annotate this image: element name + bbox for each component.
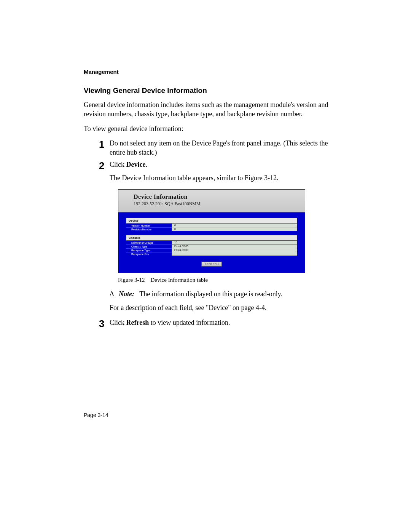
step-after: The Device Information table appears, si… [110, 173, 339, 182]
steps-list-continued: 3 Click Refresh to view updated informat… [99, 318, 339, 329]
lead-paragraph: To view general device information: [84, 124, 339, 133]
note-label: Note: [119, 290, 134, 298]
figure-caption: Figure 3-12 Device Information table [118, 277, 304, 283]
step-3: 3 Click Refresh to view updated informat… [99, 318, 339, 329]
figure: Device Information 192.203.52.201: SQA F… [118, 189, 304, 283]
step-text-post: to view updated information. [149, 319, 230, 326]
refresh-button[interactable]: REFRESH [201, 262, 222, 267]
row-value: Fast4.0/100 [172, 244, 297, 248]
step-body: Click Device. The Device Information tab… [110, 160, 339, 182]
note-text: The information displayed on this page i… [139, 290, 282, 298]
step-text-bold: Device [126, 161, 146, 168]
steps-list: 1 Do not select any item on the Device P… [99, 139, 339, 182]
note: Δ Note: The information displayed on thi… [110, 289, 339, 299]
row-value: Fast4.0/100 [172, 248, 297, 252]
note-delta: Δ [110, 290, 114, 298]
section-title: Viewing General Device Information [84, 86, 339, 95]
table-row: Chassis Type Fast4.0/100 [126, 244, 297, 248]
chassis-group-header: Chassis [126, 235, 297, 241]
row-label: Version Number [126, 224, 172, 227]
row-label: Revision Number [126, 227, 172, 231]
device-group: Device Version Number 0 Revision Number … [126, 218, 297, 231]
step-number: 3 [99, 318, 110, 329]
step-number: 2 [99, 160, 110, 171]
step-text-pre: Click [110, 161, 126, 168]
table-row: Backplane Rev [126, 252, 297, 256]
row-label: Backplane Type [126, 248, 172, 252]
document-page: Management Viewing General Device Inform… [84, 69, 339, 332]
figure-header: Device Information 192.203.52.201: SQA F… [118, 190, 305, 212]
step-2: 2 Click Device. The Device Information t… [99, 160, 339, 182]
step-text-bold: Refresh [126, 319, 149, 326]
row-value [172, 252, 297, 256]
row-label: Chassis Type [126, 244, 172, 248]
row-value: 15 [172, 241, 297, 244]
step-text-post: . [145, 161, 147, 168]
intro-paragraph: General device information includes item… [84, 100, 339, 119]
row-label: Number of Groups [126, 241, 172, 244]
row-value: 0 [172, 227, 297, 231]
crossref: For a description of each field, see "De… [110, 303, 339, 312]
chapter-label: Management [84, 69, 339, 75]
step-text-pre: Click [110, 319, 126, 326]
step-body: Do not select any item on the Device Pag… [110, 139, 339, 157]
refresh-row: REFRESH [126, 260, 297, 267]
chassis-group: Chassis Number of Groups 15 Chassis Type… [126, 235, 297, 256]
step-body: Click Refresh to view updated informatio… [110, 318, 339, 327]
table-row: Revision Number 0 [126, 227, 297, 231]
table-row: Number of Groups 15 [126, 241, 297, 244]
row-label: Backplane Rev [126, 252, 172, 256]
table-row: Version Number 0 [126, 224, 297, 227]
page-number: Page 3-14 [84, 412, 108, 418]
figure-screenshot: Device Information 192.203.52.201: SQA F… [118, 189, 305, 273]
figure-title: Device Information [134, 193, 290, 200]
row-value: 0 [172, 224, 297, 227]
figure-subtitle: 192.203.52.201: SQA Fast100NMM [134, 201, 290, 207]
step-1: 1 Do not select any item on the Device P… [99, 139, 339, 157]
device-group-header: Device [126, 218, 297, 224]
figure-body: Device Version Number 0 Revision Number … [118, 212, 305, 273]
table-row: Backplane Type Fast4.0/100 [126, 248, 297, 252]
step-number: 1 [99, 139, 110, 149]
